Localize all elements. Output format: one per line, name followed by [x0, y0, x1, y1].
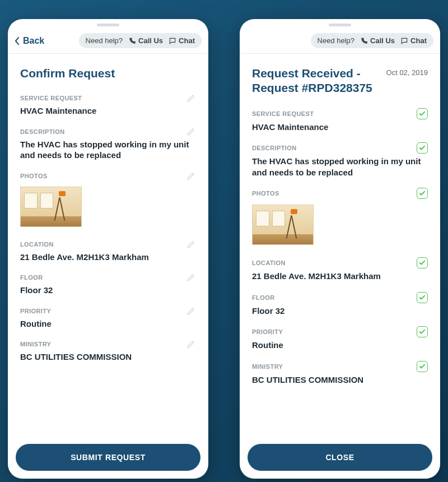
label-floor: FLOOR — [252, 294, 275, 301]
label-location: LOCATION — [252, 259, 286, 266]
phone-confirm: Back Need help? Call Us Chat Confirm Req… — [8, 19, 208, 479]
pencil-icon — [186, 239, 196, 249]
section-floor: FLOOR Floor 32 — [252, 292, 428, 317]
label-photos: PHOTOS — [252, 190, 279, 197]
edit-floor-button[interactable] — [186, 272, 196, 282]
chat-label: Chat — [410, 36, 427, 45]
page-title: Request Received - Request #RPD328375 — [252, 66, 381, 96]
section-location: LOCATION 21 Bedle Ave. M2H1K3 Markham — [252, 257, 428, 282]
value-priority: Routine — [252, 340, 428, 351]
call-us-label: Call Us — [370, 36, 395, 45]
value-ministry: BC UTILITIES COMMISSION — [252, 374, 428, 386]
section-photos: PHOTOS — [252, 188, 428, 247]
section-location: LOCATION 21 Bedle Ave. M2H1K3 Markham — [20, 239, 196, 263]
label-ministry: MINISTRY — [20, 341, 51, 347]
section-description: DESCRIPTION The HVAC has stopped working… — [20, 127, 196, 161]
value-priority: Routine — [20, 318, 196, 330]
check-photos — [417, 188, 428, 199]
label-priority: PRIORITY — [20, 308, 51, 314]
edit-priority-button[interactable] — [186, 306, 196, 316]
help-chip: Need help? Call Us Chat — [79, 33, 202, 48]
chat-button[interactable]: Chat — [400, 36, 427, 45]
top-bar: Need help? Call Us Chat — [240, 28, 440, 54]
chevron-left-icon — [15, 37, 20, 45]
footer: SUBMIT REQUEST — [8, 436, 208, 479]
label-service-request: SERVICE REQUEST — [20, 95, 82, 101]
top-bar: Back Need help? Call Us Chat — [8, 28, 208, 54]
photo-thumbnail[interactable] — [20, 187, 82, 227]
edit-description-button[interactable] — [186, 127, 196, 137]
chat-button[interactable]: Chat — [169, 36, 195, 45]
value-description: The HVAC has stopped working in my unit … — [20, 139, 196, 161]
pencil-icon — [186, 93, 196, 103]
section-ministry: MINISTRY BC UTILITIES COMMISSION — [252, 361, 428, 386]
phone-notch — [97, 24, 119, 26]
label-service-request: SERVICE REQUEST — [252, 110, 314, 117]
section-description: DESCRIPTION The HVAC has stopped working… — [252, 142, 428, 178]
check-description — [417, 142, 428, 154]
submit-request-button[interactable]: SUBMIT REQUEST — [16, 444, 200, 471]
check-icon — [419, 111, 426, 117]
value-location: 21 Bedle Ave. M2H1K3 Markham — [20, 252, 196, 263]
value-floor: Floor 32 — [20, 285, 196, 296]
label-description: DESCRIPTION — [20, 128, 65, 135]
close-button[interactable]: CLOSE — [248, 444, 432, 471]
check-icon — [419, 191, 426, 196]
request-date: Oct 02, 2019 — [386, 66, 428, 77]
footer: CLOSE — [240, 436, 440, 479]
section-photos: PHOTOS — [20, 171, 196, 229]
value-service-request: HVAC Maintenance — [252, 122, 428, 133]
phone-notch — [329, 24, 351, 26]
check-icon — [419, 295, 426, 300]
help-chip: Need help? Call Us Chat — [311, 33, 433, 48]
chat-label: Chat — [179, 36, 195, 45]
label-priority: PRIORITY — [252, 328, 283, 335]
need-help-label: Need help? — [318, 36, 355, 45]
section-service-request: SERVICE REQUEST HVAC Maintenance — [20, 93, 196, 117]
section-priority: PRIORITY Routine — [252, 326, 428, 351]
pencil-icon — [186, 306, 196, 316]
check-floor — [417, 292, 428, 303]
edit-location-button[interactable] — [186, 239, 196, 249]
screenshot-stage: Back Need help? Call Us Chat Confirm Req… — [0, 0, 448, 482]
back-button[interactable]: Back — [15, 36, 44, 46]
pencil-icon — [186, 171, 196, 181]
call-us-label: Call Us — [138, 36, 163, 45]
pencil-icon — [186, 339, 196, 349]
label-photos: PHOTOS — [20, 173, 48, 179]
check-priority — [417, 326, 428, 337]
check-service-request — [417, 108, 428, 119]
content-confirm: Confirm Request SERVICE REQUEST HVAC Mai… — [8, 54, 208, 436]
section-priority: PRIORITY Routine — [20, 306, 196, 330]
edit-photos-button[interactable] — [186, 171, 196, 181]
chat-icon — [400, 37, 408, 45]
section-service-request: SERVICE REQUEST HVAC Maintenance — [252, 108, 428, 133]
label-location: LOCATION — [20, 241, 54, 248]
check-icon — [419, 364, 426, 369]
need-help-label: Need help? — [86, 36, 123, 45]
call-us-button[interactable]: Call Us — [128, 36, 163, 45]
call-us-button[interactable]: Call Us — [360, 36, 395, 45]
pencil-icon — [186, 272, 196, 282]
edit-ministry-button[interactable] — [186, 339, 196, 349]
phone-icon — [360, 37, 368, 45]
chat-icon — [169, 37, 176, 45]
value-ministry: BC UTILITIES COMMISSION — [20, 351, 196, 363]
label-description: DESCRIPTION — [252, 145, 297, 151]
check-ministry — [417, 361, 428, 372]
back-label: Back — [23, 36, 44, 46]
section-floor: FLOOR Floor 32 — [20, 272, 196, 296]
photo-thumbnail[interactable] — [252, 205, 314, 245]
value-floor: Floor 32 — [252, 305, 428, 317]
check-location — [417, 257, 428, 268]
value-location: 21 Bedle Ave. M2H1K3 Markham — [252, 271, 428, 282]
label-ministry: MINISTRY — [252, 363, 283, 370]
check-icon — [419, 145, 426, 151]
check-icon — [419, 329, 426, 335]
content-received: Request Received - Request #RPD328375 Oc… — [240, 54, 440, 436]
value-service-request: HVAC Maintenance — [20, 105, 196, 117]
page-title: Confirm Request — [20, 66, 196, 81]
pencil-icon — [186, 127, 196, 137]
edit-service-request-button[interactable] — [186, 93, 196, 103]
label-floor: FLOOR — [20, 274, 43, 281]
